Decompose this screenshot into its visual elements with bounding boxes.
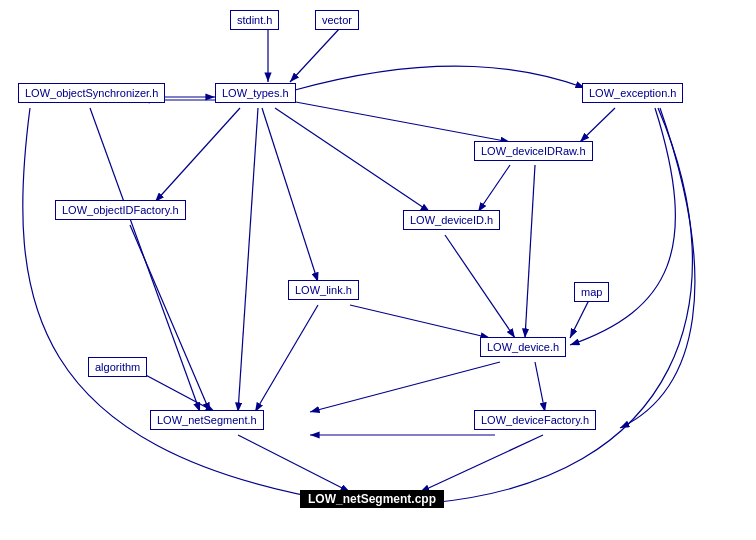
LOW-netSegment-h-node: LOW_netSegment.h bbox=[150, 410, 264, 430]
map-node: map bbox=[574, 282, 609, 302]
LOW-deviceIDRaw-h-node: LOW_deviceIDRaw.h bbox=[474, 141, 593, 161]
LOW-objectIDFactory-h-node: LOW_objectIDFactory.h bbox=[55, 200, 186, 220]
svg-line-24 bbox=[420, 435, 543, 492]
LOW-objectSynchronizer-h-node: LOW_objectSynchronizer.h bbox=[18, 83, 165, 103]
svg-line-4 bbox=[285, 100, 510, 142]
svg-line-7 bbox=[275, 108, 430, 212]
svg-line-17 bbox=[535, 362, 545, 412]
svg-line-21 bbox=[238, 108, 258, 412]
svg-line-8 bbox=[580, 108, 615, 142]
svg-line-9 bbox=[478, 165, 510, 212]
LOW-types-h-node: LOW_types.h bbox=[215, 83, 296, 103]
svg-line-15 bbox=[140, 372, 215, 412]
svg-line-12 bbox=[255, 305, 318, 412]
svg-line-6 bbox=[262, 108, 318, 282]
svg-line-11 bbox=[525, 165, 535, 338]
svg-line-14 bbox=[130, 225, 210, 412]
LOW-device-h-node: LOW_device.h bbox=[480, 337, 566, 357]
svg-line-10 bbox=[445, 235, 515, 338]
algorithm-node: algorithm bbox=[88, 357, 147, 377]
svg-line-2 bbox=[290, 28, 340, 82]
svg-line-19 bbox=[570, 298, 590, 338]
vector-node: vector bbox=[315, 10, 359, 30]
LOW-deviceFactory-h-node: LOW_deviceFactory.h bbox=[474, 410, 596, 430]
dependency-graph bbox=[0, 0, 756, 540]
LOW-link-h-node: LOW_link.h bbox=[288, 280, 359, 300]
svg-line-5 bbox=[155, 108, 240, 202]
LOW-exception-h-node: LOW_exception.h bbox=[582, 83, 683, 103]
graph-container: stdint.h vector LOW_objectSynchronizer.h… bbox=[0, 0, 756, 540]
LOW-deviceID-h-node: LOW_deviceID.h bbox=[403, 210, 500, 230]
svg-line-16 bbox=[310, 362, 500, 412]
stdint-h-node: stdint.h bbox=[230, 10, 279, 30]
LOW-netSegment-cpp-node: LOW_netSegment.cpp bbox=[300, 490, 444, 508]
svg-line-22 bbox=[350, 305, 490, 338]
